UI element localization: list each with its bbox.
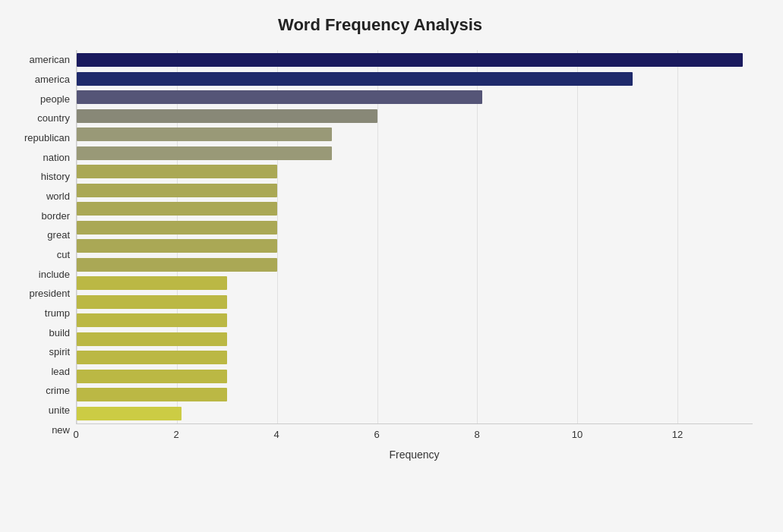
bar [77, 258, 277, 272]
bar-row [77, 89, 753, 105]
bar [77, 276, 227, 290]
y-label: cut [57, 245, 70, 265]
bar [77, 184, 277, 197]
bar [77, 332, 227, 346]
y-label: include [39, 264, 70, 284]
bar [77, 239, 277, 253]
bar-row [77, 331, 753, 348]
x-axis-tick-label: 0 [73, 429, 78, 440]
bar [77, 127, 332, 141]
chart-container: Word Frequency Analysis americanamericap… [0, 0, 783, 532]
bar-row [77, 275, 753, 291]
y-labels: americanamericapeoplecountryrepublicanna… [8, 50, 76, 461]
y-label: build [49, 323, 70, 342]
bar-row [77, 219, 753, 236]
y-label: border [41, 206, 70, 225]
bar-row [77, 108, 753, 124]
y-label: nation [43, 147, 70, 167]
x-axis-tick-label: 12 [672, 429, 683, 440]
bar-row [77, 312, 753, 329]
bar [77, 351, 227, 364]
bar-row [77, 52, 753, 68]
y-label: spirit [49, 342, 70, 362]
bars-and-xaxis: 024681012 Frequency [76, 50, 753, 461]
bar-row [77, 126, 753, 143]
bar [77, 221, 277, 235]
bar-row [77, 238, 753, 254]
y-label: great [47, 225, 70, 245]
x-axis-title: Frequency [76, 449, 753, 461]
bar [77, 370, 227, 383]
y-label: history [41, 167, 70, 187]
bar-row [77, 405, 753, 422]
y-label: american [30, 50, 70, 70]
y-label: country [37, 109, 70, 128]
y-label: new [52, 420, 70, 439]
y-label: unite [49, 401, 70, 420]
y-label: trump [45, 304, 70, 323]
chart-title: Word Frequency Analysis [8, 15, 753, 35]
bar-row [77, 182, 753, 199]
x-axis-tick-label: 8 [474, 429, 479, 440]
bars-area [76, 50, 753, 424]
bar [77, 407, 182, 420]
bar [77, 202, 277, 216]
bar-row [77, 386, 753, 403]
bar [77, 109, 377, 123]
y-label: crime [46, 381, 70, 401]
bar [77, 90, 482, 104]
bar-row [77, 294, 753, 310]
bar-row [77, 200, 753, 217]
y-label: president [30, 284, 70, 304]
bar [77, 165, 277, 178]
x-axis-tick-label: 10 [572, 429, 583, 440]
x-axis-labels: 024681012 [76, 424, 753, 445]
y-label: people [40, 89, 70, 109]
x-axis-tick-label: 4 [273, 429, 279, 440]
y-label: republican [24, 128, 70, 148]
bar-row [77, 163, 753, 180]
bar [77, 295, 227, 309]
bar [77, 53, 743, 67]
y-label: world [46, 187, 70, 206]
bar-row [77, 145, 753, 162]
chart-area: americanamericapeoplecountryrepublicanna… [8, 50, 753, 461]
bar-row [77, 71, 753, 87]
bar-row [77, 349, 753, 366]
bar [77, 72, 633, 86]
bar-row [77, 368, 753, 385]
y-label: lead [51, 362, 70, 382]
bar-row [77, 257, 753, 273]
bar [77, 388, 227, 401]
bar [77, 146, 332, 160]
bar [77, 313, 227, 327]
x-axis-tick-label: 2 [173, 429, 178, 440]
x-axis-tick-label: 6 [374, 429, 379, 440]
bars-inner [77, 50, 753, 423]
y-label: america [35, 70, 70, 90]
